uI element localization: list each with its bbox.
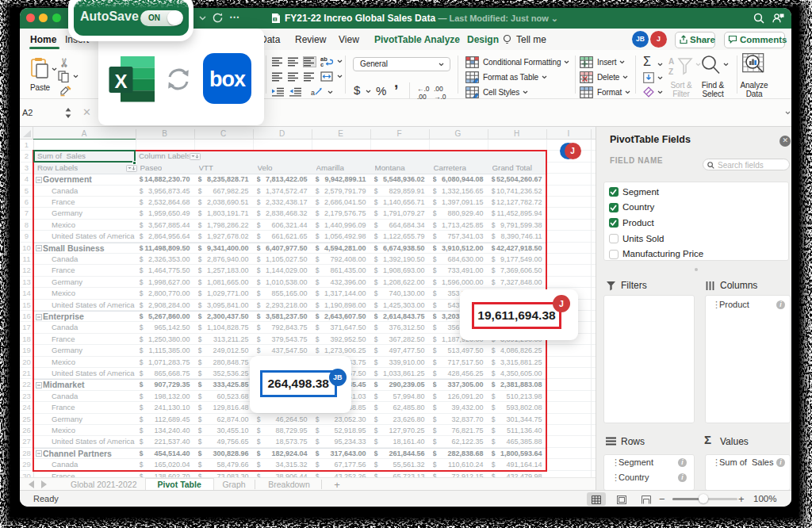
svg-text:c: c — [320, 61, 324, 67]
svg-text:box: box — [209, 67, 246, 91]
svg-text:X: X — [114, 71, 127, 92]
svg-text:X: X — [274, 18, 277, 21]
svg-text:A: A — [668, 57, 674, 66]
svg-text:Z: Z — [668, 67, 673, 76]
svg-text:a: a — [311, 89, 315, 97]
